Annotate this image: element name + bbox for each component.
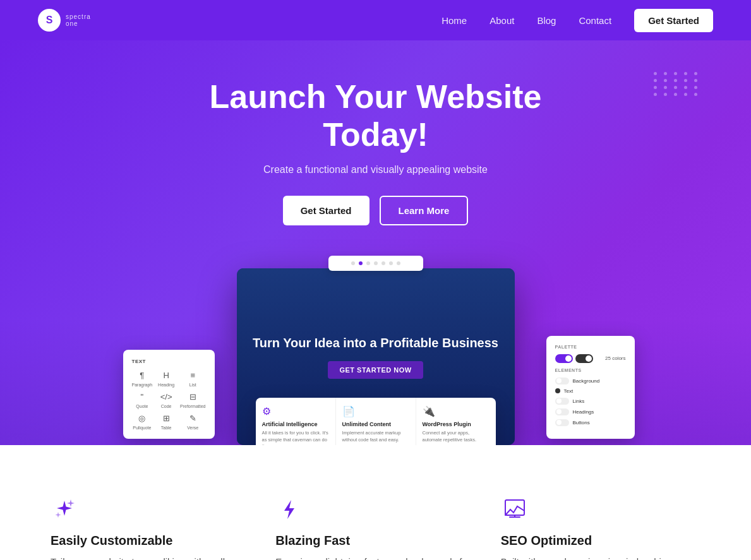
- feature-seo: SEO Optimized Built with search engines …: [501, 496, 700, 560]
- toolbar-icon: [397, 261, 400, 265]
- mockup-item-label: Paragraph: [132, 383, 153, 387]
- plugin-icon: 🔌: [423, 405, 490, 417]
- element-row: Text: [555, 388, 626, 394]
- code-icon: </>: [160, 392, 172, 402]
- mockup-item: ◎ Pullquote: [132, 414, 153, 430]
- navigation: S spectra one Home About Blog Contact Ge…: [0, 0, 751, 40]
- hero-subtitle: Create a functional and visually appeali…: [263, 164, 488, 176]
- mockup-item-label: Quote: [136, 404, 148, 408]
- nav-about[interactable]: About: [490, 15, 514, 26]
- mockup-left-card: TEXT ¶ Paragraph H Heading ≡ List " Quot…: [123, 350, 215, 439]
- hero-buttons: Get Started Learn More: [283, 196, 469, 225]
- logo[interactable]: S spectra one: [38, 9, 91, 32]
- toolbar-icon: [382, 261, 385, 265]
- logo-text: spectra one: [66, 13, 91, 27]
- element-label: Text: [564, 388, 574, 394]
- fast-icon-wrap: [275, 496, 303, 523]
- palette-count: 25 colors: [605, 355, 625, 361]
- feature-col-title: Artificial Intelligence: [262, 421, 329, 427]
- ai-icon: ⚙: [262, 405, 329, 417]
- mockup-item-label: Pullquote: [133, 426, 151, 430]
- mockup-item: ≡ List: [180, 371, 205, 387]
- mockup-item-label: Verse: [187, 426, 198, 430]
- logo-sub: one: [66, 20, 91, 27]
- elements-section: ELEMENTS Background Text Links Headings: [555, 368, 626, 426]
- element-label: Links: [573, 398, 585, 404]
- toolbar-icon: [366, 261, 370, 265]
- lightning-icon: [278, 498, 301, 521]
- element-toggle: [555, 419, 569, 426]
- mockup-item: ⊟ Preformatted: [180, 392, 205, 408]
- element-toggle: [555, 398, 569, 405]
- feature-desc: Tailor your website to your liking with …: [51, 554, 250, 560]
- element-label: Buttons: [573, 420, 590, 426]
- toggle-group: [555, 354, 593, 363]
- feature-col-desc: Connect all your apps, automate repetiti…: [423, 430, 490, 443]
- element-label: Headings: [573, 409, 594, 415]
- element-label: Background: [573, 378, 600, 384]
- mockup-item-label: Table: [161, 426, 172, 430]
- feature-col-desc: Implement accurate markup without code f…: [342, 430, 409, 443]
- features-section: Easily Customizable Tailor your website …: [0, 445, 751, 560]
- seo-icon-wrap: [501, 496, 529, 523]
- pullquote-icon: ◎: [136, 414, 148, 424]
- element-toggle: [555, 408, 569, 415]
- hero-title: Launch Your Website Today!: [155, 78, 597, 154]
- elements-header: ELEMENTS: [555, 368, 626, 372]
- mockup-palette-card: PALETTE 25 colors ELEMENTS Background Te…: [546, 336, 635, 439]
- logo-icon: S: [38, 9, 61, 32]
- mockup-left-header: TEXT: [132, 359, 206, 364]
- feature-col-title: Unlimited Content: [342, 421, 409, 427]
- feature-title: SEO Optimized: [501, 533, 700, 548]
- element-row: Headings: [555, 408, 626, 415]
- mockup-item-label: Heading: [158, 383, 174, 387]
- hero-get-started-button[interactable]: Get Started: [283, 196, 369, 225]
- palette-header: PALETTE: [555, 345, 626, 349]
- mockup-features-strip: ⚙ Artificial Intelligence All it takes i…: [256, 398, 496, 445]
- customizable-icon-wrap: [51, 496, 78, 523]
- table-icon: ⊞: [160, 414, 172, 424]
- hero-mockup: Turn Your Idea into a Profitable Busines…: [117, 256, 635, 445]
- palette-row: 25 colors: [555, 354, 626, 363]
- logo-name: spectra: [66, 13, 91, 20]
- mockup-feature-content: 📄 Unlimited Content Implement accurate m…: [336, 398, 416, 445]
- mockup-item: ⊞ Table: [157, 414, 175, 430]
- feature-col-desc: All it takes is for you to click. It's a…: [262, 430, 329, 445]
- mockup-item: ¶ Paragraph: [132, 371, 153, 387]
- feature-customizable: Easily Customizable Tailor your website …: [51, 496, 250, 560]
- feature-title: Blazing Fast: [275, 533, 475, 548]
- nav-contact[interactable]: Contact: [579, 15, 611, 26]
- mockup-item-label: Code: [161, 404, 172, 408]
- mockup-center-cta[interactable]: GET STARTED NOW: [328, 361, 423, 379]
- mockup-toolbar: [328, 256, 423, 271]
- chart-icon: [503, 498, 526, 521]
- feature-fast: Blazing Fast Experience lightning-fast p…: [275, 496, 475, 560]
- feature-title: Easily Customizable: [51, 533, 250, 548]
- feature-col-title: WordPress Plugin: [423, 421, 490, 427]
- mockup-item-label: List: [189, 383, 196, 387]
- toggle-off: [575, 354, 593, 363]
- mockup-item: " Quote: [132, 392, 153, 408]
- quote-icon: ": [136, 392, 148, 402]
- nav-get-started-button[interactable]: Get Started: [634, 9, 713, 32]
- feature-desc: Experience lightning-fast page load spee…: [275, 554, 475, 560]
- list-icon: ≡: [186, 371, 199, 381]
- nav-blog[interactable]: Blog: [537, 15, 556, 26]
- hero-section: Launch Your Website Today! Create a func…: [0, 40, 751, 445]
- heading-icon: H: [160, 371, 172, 381]
- nav-home[interactable]: Home: [442, 15, 467, 26]
- mockup-item: ✎ Verse: [180, 414, 205, 430]
- element-dot: [555, 388, 560, 393]
- toolbar-icon: [389, 261, 393, 265]
- paragraph-icon: ¶: [136, 371, 148, 381]
- toolbar-icon: [374, 261, 378, 265]
- mockup-feature-plugin: 🔌 WordPress Plugin Connect all your apps…: [416, 398, 496, 445]
- mockup-center-content: Turn Your Idea into a Profitable Busines…: [240, 322, 511, 391]
- element-row: Links: [555, 398, 626, 405]
- element-toggle: [555, 378, 569, 384]
- hero-learn-more-button[interactable]: Learn More: [380, 196, 469, 225]
- sparkles-icon: [53, 498, 76, 521]
- toolbar-icon: [351, 261, 355, 265]
- mockup-item: </> Code: [157, 392, 175, 408]
- mockup-item-label: Preformatted: [180, 404, 205, 408]
